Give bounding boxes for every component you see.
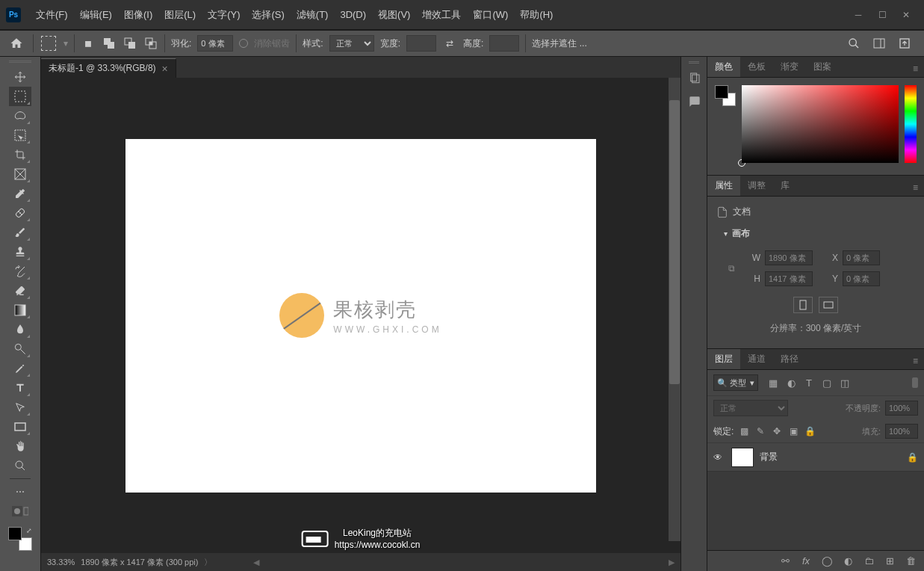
canvas-section-toggle[interactable]: ▾ 画布 (716, 223, 915, 244)
layer-filter-select[interactable]: 🔍类型▾ (713, 374, 758, 391)
width-value[interactable]: 1890 像素 (765, 250, 813, 265)
menu-plugin[interactable]: 增效工具 (416, 5, 467, 25)
menu-layer[interactable]: 图层(L) (158, 5, 202, 25)
menu-window[interactable]: 窗口(W) (467, 5, 514, 25)
frame-tool[interactable] (9, 164, 31, 184)
panel-swatches[interactable] (715, 85, 736, 106)
filter-shape-icon[interactable]: ▢ (821, 377, 833, 389)
search-icon[interactable] (846, 36, 861, 51)
canvas[interactable]: 果核剥壳 WWW.GHXI.COM (125, 139, 596, 493)
history-panel-icon[interactable] (681, 66, 708, 90)
filter-adjust-icon[interactable]: ◐ (785, 377, 797, 389)
menu-select[interactable]: 选择(S) (246, 5, 290, 25)
vertical-scrollbar[interactable] (669, 78, 680, 541)
dodge-tool[interactable] (9, 339, 31, 359)
zoom-level[interactable]: 33.33% (47, 558, 75, 567)
marquee-preset[interactable] (41, 36, 56, 51)
group-icon[interactable]: 🗀 (863, 555, 875, 567)
workspace-icon[interactable] (872, 36, 887, 51)
marquee-tool[interactable] (9, 87, 31, 106)
layer-item[interactable]: 👁 背景 🔒 (707, 443, 924, 472)
height-value[interactable]: 1417 像素 (765, 271, 813, 286)
selection-intersect-icon[interactable] (143, 36, 158, 51)
menu-type[interactable]: 文字(Y) (202, 5, 246, 25)
tab-swatches[interactable]: 色板 (740, 57, 773, 77)
panel-menu-icon[interactable]: ≡ (907, 61, 924, 77)
palette-grip[interactable] (9, 58, 31, 64)
new-layer-icon[interactable]: ⊞ (884, 555, 896, 567)
filter-type-icon[interactable]: T (803, 377, 815, 389)
menu-file[interactable]: 文件(F) (30, 5, 74, 25)
path-selection-tool[interactable] (9, 398, 31, 417)
menu-help[interactable]: 帮助(H) (514, 5, 559, 25)
antialias-radio[interactable] (239, 39, 248, 48)
rectangle-tool[interactable] (9, 417, 31, 436)
tab-channels[interactable]: 通道 (740, 349, 773, 369)
fill-value[interactable]: 100% (885, 424, 918, 439)
menu-3d[interactable]: 3D(D) (334, 6, 372, 23)
brush-tool[interactable] (9, 223, 31, 242)
hand-tool[interactable] (9, 436, 31, 456)
adjustment-icon[interactable]: ◐ (842, 555, 854, 567)
type-tool[interactable] (9, 378, 31, 398)
menu-edit[interactable]: 编辑(E) (74, 5, 118, 25)
lock-artboard-icon[interactable]: ▣ (787, 425, 799, 437)
comments-panel-icon[interactable] (681, 90, 708, 114)
scroll-left-icon[interactable]: ◀ (253, 558, 259, 567)
x-value[interactable]: 0 像素 (843, 250, 880, 265)
color-field[interactable] (742, 85, 899, 163)
zoom-tool[interactable] (9, 456, 31, 475)
fx-icon[interactable]: fx (800, 555, 812, 567)
document-dims[interactable]: 1890 像素 x 1417 像素 (300 ppi) (81, 557, 198, 568)
panel-menu-icon[interactable]: ≡ (907, 179, 924, 196)
selection-subtract-icon[interactable] (123, 36, 137, 51)
delete-icon[interactable]: 🗑 (905, 555, 917, 567)
scroll-right-icon[interactable]: ▶ (669, 558, 675, 567)
maximize-button[interactable]: ☐ (876, 9, 888, 21)
tab-properties[interactable]: 属性 (707, 176, 740, 196)
color-swatches[interactable]: ⤢ (8, 527, 32, 551)
menu-image[interactable]: 图像(I) (118, 5, 158, 25)
tab-color[interactable]: 颜色 (707, 57, 740, 77)
lock-all-icon[interactable]: 🔒 (804, 425, 816, 437)
menu-filter[interactable]: 滤镜(T) (291, 5, 335, 25)
tab-paths[interactable]: 路径 (773, 349, 806, 369)
layer-thumbnail[interactable] (731, 448, 754, 467)
filter-smart-icon[interactable]: ◫ (839, 377, 851, 389)
home-button[interactable] (6, 33, 27, 54)
tab-layers[interactable]: 图层 (707, 349, 740, 369)
canvas-viewport[interactable]: 果核剥壳 WWW.GHXI.COM LeoKing的充电站 https://ww… (41, 78, 680, 553)
menu-view[interactable]: 视图(V) (372, 5, 416, 25)
swap-colors-icon[interactable]: ⤢ (26, 527, 32, 534)
portrait-button[interactable] (793, 297, 813, 313)
close-button[interactable]: ✕ (900, 9, 912, 21)
landscape-button[interactable] (819, 297, 838, 313)
swap-wh-icon[interactable]: ⇄ (442, 36, 457, 51)
tab-adjustments[interactable]: 调整 (740, 176, 773, 196)
panel-menu-icon[interactable]: ≡ (907, 353, 924, 369)
quick-mask[interactable] (12, 501, 28, 521)
minimize-button[interactable]: ─ (852, 9, 864, 21)
tab-patterns[interactable]: 图案 (806, 57, 839, 77)
foreground-swatch[interactable] (8, 527, 22, 540)
hue-slider[interactable] (905, 85, 917, 163)
blur-tool[interactable] (9, 320, 31, 339)
document-tab[interactable]: 未标题-1 @ 33.3%(RGB/8) × (41, 58, 176, 78)
tab-close-icon[interactable]: × (162, 63, 168, 75)
healing-tool[interactable] (9, 203, 31, 223)
move-tool[interactable] (9, 67, 31, 87)
lock-pixels-icon[interactable]: ▩ (738, 425, 750, 437)
eraser-tool[interactable] (9, 281, 31, 300)
lock-brush-icon[interactable]: ✎ (754, 425, 766, 437)
filter-pixel-icon[interactable]: ▦ (767, 377, 779, 389)
selection-new-icon[interactable]: ◼ (81, 36, 96, 51)
pen-tool[interactable] (9, 359, 31, 378)
gradient-tool[interactable] (9, 300, 31, 320)
layer-name[interactable]: 背景 (760, 451, 901, 463)
status-chevron-icon[interactable]: 〉 (204, 557, 212, 568)
share-icon[interactable] (897, 36, 912, 51)
lock-position-icon[interactable]: ✥ (771, 425, 783, 437)
y-value[interactable]: 0 像素 (843, 271, 880, 286)
tab-gradients[interactable]: 渐变 (773, 57, 806, 77)
link-icon[interactable]: ⧉ (728, 263, 735, 274)
